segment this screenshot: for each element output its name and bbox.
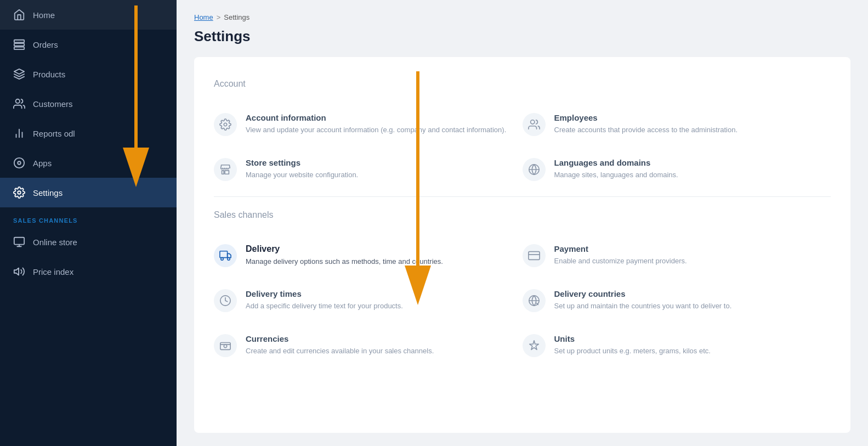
settings-item-currencies[interactable]: Currencies Create and edit currencies av… — [214, 323, 523, 368]
sidebar-label-home: Home — [33, 10, 55, 20]
svg-rect-18 — [225, 171, 229, 174]
svg-point-15 — [224, 123, 227, 126]
sidebar-label-reports: Reports odl — [33, 129, 75, 138]
account-settings-grid: Account information View and update your… — [214, 102, 831, 192]
settings-card: Account Account information View and upd… — [194, 57, 850, 433]
currency-icon — [219, 340, 231, 352]
orders-icon — [13, 38, 25, 50]
svg-rect-17 — [222, 171, 224, 174]
currencies-icon-container — [214, 334, 237, 357]
employees-desc: Create accounts that provide access to t… — [554, 125, 818, 136]
sidebar-item-price-index[interactable]: Price index — [0, 257, 177, 286]
store-settings-desc: Manage your website configuration. — [246, 170, 509, 180]
svg-rect-11 — [14, 238, 24, 245]
sidebar: Home Orders Products Customers — [0, 0, 177, 446]
sidebar-label-online-store: Online store — [33, 238, 77, 247]
svg-point-10 — [18, 191, 21, 194]
svg-point-23 — [221, 258, 224, 261]
account-info-desc: View and update your account information… — [246, 125, 509, 136]
svg-point-24 — [228, 258, 230, 261]
settings-item-delivery[interactable]: Delivery Manage delivery options such as… — [214, 233, 523, 278]
payment-icon-container — [523, 244, 546, 267]
store-settings-icon-container — [214, 158, 237, 181]
svg-rect-1 — [14, 43, 24, 46]
payment-text: Payment Enable and customize payment pro… — [554, 244, 818, 267]
settings-item-delivery-countries[interactable]: Delivery countries Set up and maintain t… — [523, 278, 831, 323]
payment-desc: Enable and customize payment providers. — [554, 256, 818, 267]
settings-item-store-settings[interactable]: Store settings Manage your website confi… — [214, 147, 523, 192]
sidebar-label-orders: Orders — [33, 40, 58, 49]
svg-rect-0 — [14, 40, 24, 43]
gear-icon — [219, 118, 231, 131]
delivery-countries-icon-container — [523, 289, 546, 312]
home-icon — [13, 9, 25, 21]
svg-point-4 — [16, 99, 20, 103]
breadcrumb-current: Settings — [224, 13, 249, 21]
svg-marker-14 — [14, 268, 19, 275]
globe-delivery-icon — [528, 295, 540, 307]
settings-item-languages[interactable]: Languages and domains Manage sites, lang… — [523, 147, 831, 192]
svg-rect-25 — [528, 252, 539, 260]
breadcrumb-separator: > — [217, 13, 221, 21]
sidebar-item-apps[interactable]: Apps — [0, 148, 177, 178]
svg-marker-3 — [14, 69, 24, 74]
page-title: Settings — [194, 28, 850, 45]
units-desc: Set up product units e.g. meters, grams,… — [554, 346, 818, 357]
sales-channels-section-label: SALES CHANNELS — [0, 207, 177, 227]
main-content: Home > Settings Settings Account Account… — [177, 0, 868, 446]
account-info-title: Account information — [246, 113, 509, 122]
online-store-icon — [13, 236, 25, 248]
sidebar-item-home[interactable]: Home — [0, 0, 177, 30]
units-title: Units — [554, 334, 818, 343]
sales-channels-grid: Delivery Manage delivery options such as… — [214, 233, 831, 368]
sidebar-item-orders[interactable]: Orders — [0, 30, 177, 59]
delivery-times-desc: Add a specific delivery time text for yo… — [246, 301, 509, 312]
payment-title: Payment — [554, 244, 818, 253]
sidebar-item-settings[interactable]: Settings — [0, 178, 177, 207]
svg-rect-21 — [220, 251, 228, 258]
delivery-title: Delivery — [246, 244, 509, 254]
settings-item-units[interactable]: Units Set up product units e.g. meters, … — [523, 323, 831, 368]
account-info-icon-container — [214, 113, 237, 136]
languages-desc: Manage sites, languages and domains. — [554, 170, 818, 180]
delivery-countries-text: Delivery countries Set up and maintain t… — [554, 289, 818, 312]
delivery-icon-container — [214, 244, 237, 267]
apps-icon — [13, 157, 25, 169]
sidebar-item-reports[interactable]: Reports odl — [0, 118, 177, 148]
currencies-text: Currencies Create and edit currencies av… — [246, 334, 509, 357]
units-text: Units Set up product units e.g. meters, … — [554, 334, 818, 357]
store-settings-text: Store settings Manage your website confi… — [246, 158, 509, 180]
section-divider — [214, 196, 831, 197]
units-icon — [528, 340, 540, 352]
delivery-times-title: Delivery times — [246, 289, 509, 298]
currencies-desc: Create and edit currencies available in … — [246, 346, 509, 357]
settings-item-delivery-times[interactable]: Delivery times Add a specific delivery t… — [214, 278, 523, 323]
products-icon — [13, 68, 25, 80]
svg-marker-22 — [228, 253, 231, 257]
svg-point-8 — [14, 158, 24, 168]
sidebar-label-customers: Customers — [33, 99, 73, 109]
payment-icon — [528, 250, 540, 262]
sidebar-label-apps: Apps — [33, 159, 52, 168]
svg-rect-30 — [220, 343, 230, 350]
sidebar-item-online-store[interactable]: Online store — [0, 227, 177, 257]
employees-text: Employees Create accounts that provide a… — [554, 113, 818, 136]
units-icon-container — [523, 334, 546, 357]
sidebar-label-products: Products — [33, 70, 65, 79]
svg-point-9 — [18, 161, 21, 165]
svg-point-16 — [530, 120, 534, 124]
languages-text: Languages and domains Manage sites, lang… — [554, 158, 818, 180]
clock-icon — [219, 295, 231, 307]
settings-item-employees[interactable]: Employees Create accounts that provide a… — [523, 102, 831, 147]
store-settings-title: Store settings — [246, 158, 509, 167]
employees-title: Employees — [554, 113, 818, 122]
sidebar-label-settings: Settings — [33, 188, 63, 197]
employees-icon-container — [523, 113, 546, 136]
sales-channels-section-title: Sales channels — [214, 210, 831, 220]
settings-item-payment[interactable]: Payment Enable and customize payment pro… — [523, 233, 831, 278]
delivery-desc: Manage delivery options such as methods,… — [246, 256, 509, 267]
sidebar-item-products[interactable]: Products — [0, 59, 177, 89]
breadcrumb-home[interactable]: Home — [194, 13, 213, 21]
settings-item-account-info[interactable]: Account information View and update your… — [214, 102, 523, 147]
sidebar-item-customers[interactable]: Customers — [0, 89, 177, 118]
